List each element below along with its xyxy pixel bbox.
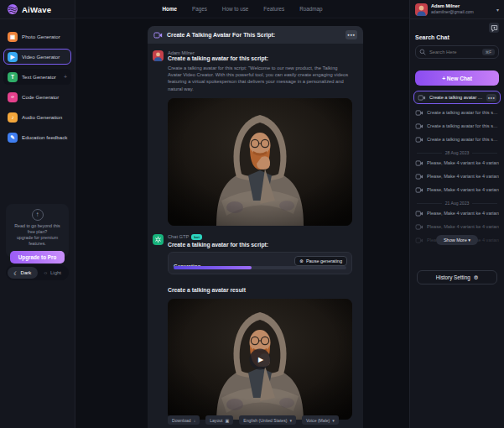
chat-item[interactable]: Create a talking avatar for this scrip bbox=[410, 119, 504, 133]
audio-icon: ♪ bbox=[8, 112, 18, 123]
bot-message: Chat GTP bot Create a talking avatar for… bbox=[148, 226, 363, 420]
history-setting-label: History Setting bbox=[436, 274, 470, 280]
download-icon: ↓ bbox=[194, 418, 196, 423]
chat-item-label: Please, Make 4 variant ke 4 varian bbox=[427, 211, 499, 216]
theme-toggle: ☾ Dark ☼ Light bbox=[6, 265, 69, 280]
chevron-down-icon: ▾ bbox=[289, 418, 292, 423]
generator-menu: ▣ Photo Generator ▶ Video Generator T Te… bbox=[0, 19, 75, 145]
history-setting-button[interactable]: History Setting ⚙ bbox=[417, 270, 497, 284]
compose-chat-button[interactable] bbox=[489, 23, 499, 33]
photo-icon: ▣ bbox=[8, 32, 18, 42]
sidebar-item-label: Code Generator bbox=[22, 94, 59, 100]
pause-generating-button[interactable]: ⊗ Pause generating bbox=[294, 256, 347, 266]
video-camera-icon bbox=[415, 110, 423, 116]
chat-item[interactable]: Please, Make 4 variant ke 4 varian bbox=[410, 156, 504, 170]
chat-item[interactable]: Create a talking avatar for this scrip bbox=[410, 133, 504, 146]
video-toolbar: Download ↓ Layout ▣ English (United Stat… bbox=[168, 415, 339, 425]
message-title: Create a talking avatar for this script: bbox=[168, 55, 352, 61]
user-avatar bbox=[153, 50, 164, 61]
video-camera-icon bbox=[415, 211, 423, 217]
date-divider: 28 Aug 2023 bbox=[417, 150, 497, 155]
message-plus-icon bbox=[491, 24, 498, 32]
layout-button[interactable]: Layout ▣ bbox=[205, 415, 233, 425]
progress-fill bbox=[174, 266, 252, 269]
chat-item[interactable]: Please, Make 4 variant ke 4 varian bbox=[410, 170, 504, 183]
chat-item[interactable]: Please, Make 4 variant ke 4 varian bbox=[410, 206, 504, 220]
layout-icon: ▣ bbox=[226, 418, 230, 423]
pause-label: Pause generating bbox=[306, 258, 342, 264]
sidebar-item-label: Text Generator bbox=[22, 74, 56, 80]
text-icon: T bbox=[8, 72, 18, 82]
nav-item-home[interactable]: Home bbox=[162, 6, 177, 12]
sidebar-item-photo-generator[interactable]: ▣ Photo Generator bbox=[3, 29, 71, 44]
sidebar-item-video-generator[interactable]: ▶ Video Generator bbox=[3, 49, 71, 65]
nav-item-features[interactable]: Features bbox=[263, 6, 284, 12]
show-more-button[interactable]: Show More ▾ bbox=[436, 235, 478, 245]
dark-mode-button[interactable]: ☾ Dark bbox=[8, 267, 38, 279]
shortcut-badge: ⌘F bbox=[482, 49, 495, 55]
chat-item-active[interactable]: Create a talking avatar for this scrip ●… bbox=[413, 91, 501, 104]
sidebar-item-code-generator[interactable]: ‹/› Code Generator bbox=[3, 89, 71, 105]
upgrade-text-line2: upgrade for premium features. bbox=[17, 235, 58, 246]
top-navigation: Home Pages How to use Features Roadmap bbox=[75, 0, 409, 18]
bot-author: Chat GTP bbox=[168, 234, 189, 239]
download-button[interactable]: Download ↓ bbox=[168, 415, 200, 425]
light-mode-button[interactable]: ☼ Light bbox=[38, 267, 68, 279]
voice-select[interactable]: Voice (Male) ▾ bbox=[302, 415, 339, 425]
chat-item-label: Create a talking avatar for this scrip bbox=[427, 110, 499, 115]
sidebar-item-label: Education feedback bbox=[22, 134, 67, 140]
chevron-down-icon[interactable]: ▾ bbox=[496, 7, 499, 13]
profile-avatar bbox=[415, 3, 428, 16]
download-label: Download bbox=[172, 418, 191, 423]
code-icon: ‹/› bbox=[8, 92, 18, 102]
video-camera-icon bbox=[415, 187, 423, 193]
cancel-icon: ⊗ bbox=[299, 258, 304, 264]
chat-item-label: Please, Make 4 variant ke 4 varian bbox=[427, 174, 499, 179]
brand[interactable]: AiWave bbox=[0, 0, 75, 19]
profile-card[interactable]: Adam Milner adamilner@gmail.com ▾ bbox=[410, 0, 504, 19]
chat-item[interactable]: Please, Make 4 variant ke 4 varian bbox=[410, 220, 504, 233]
search-input[interactable] bbox=[429, 50, 479, 55]
sidebar-item-label: Photo Generator bbox=[22, 34, 60, 39]
profile-email: adamilner@gmail.com bbox=[431, 9, 474, 15]
upgrade-text-line1: Read to go beyond this free plan? bbox=[14, 223, 60, 234]
sidebar-item-label: Audio Generation bbox=[22, 114, 62, 120]
play-button[interactable]: ▶ bbox=[250, 348, 271, 369]
sidebar-item-text-generator[interactable]: T Text Generator + bbox=[3, 69, 71, 85]
chat-item-label: Create a talking avatar for this scrip bbox=[427, 123, 499, 128]
nav-item-how-to-use[interactable]: How to use bbox=[222, 6, 249, 12]
sidebar-item-audio-generation[interactable]: ♪ Audio Generation bbox=[3, 109, 71, 125]
upgrade-to-pro-button[interactable]: Upgrade to Pro bbox=[10, 251, 65, 264]
generating-box: Generating... ⊗ Pause generating bbox=[168, 252, 352, 274]
video-icon: ▶ bbox=[8, 52, 18, 62]
brand-name: AiWave bbox=[22, 5, 51, 14]
chat-panel: Create A Talking Avatar For This Script:… bbox=[148, 26, 363, 428]
new-chat-button[interactable]: + New Chat bbox=[415, 70, 499, 86]
sidebar-item-education-feedback[interactable]: ✎ Education feedback bbox=[3, 129, 71, 145]
sidebar-item-label: Video Generator bbox=[22, 54, 60, 60]
search-chat-title: Search Chat bbox=[415, 34, 499, 40]
language-label: English (United States) bbox=[243, 418, 287, 423]
search-box[interactable]: ⌘F bbox=[415, 45, 499, 59]
moon-icon: ☾ bbox=[13, 270, 18, 276]
chat-item[interactable]: Please, Make 4 variant ke 4 varian bbox=[410, 183, 504, 196]
video-camera-icon bbox=[415, 160, 423, 166]
nav-item-pages[interactable]: Pages bbox=[192, 6, 207, 12]
light-label: Light bbox=[50, 270, 61, 275]
generated-video[interactable]: ▶ bbox=[168, 299, 352, 420]
expand-plus-icon[interactable]: + bbox=[64, 74, 67, 80]
sun-icon: ☼ bbox=[43, 270, 48, 275]
language-select[interactable]: English (United States) ▾ bbox=[239, 415, 296, 425]
layout-label: Layout bbox=[210, 418, 222, 423]
chat-item-label: Please, Make 4 variant ke 4 varian bbox=[427, 160, 499, 165]
bot-badge: bot bbox=[191, 234, 202, 240]
video-camera-icon bbox=[415, 123, 423, 129]
chat-item[interactable]: Create a talking avatar for this scrip bbox=[410, 106, 504, 119]
video-camera-icon bbox=[415, 137, 423, 143]
nav-item-roadmap[interactable]: Roadmap bbox=[299, 6, 322, 12]
video-camera-icon bbox=[418, 95, 426, 101]
chat-menu-button[interactable]: ●●● bbox=[346, 30, 357, 39]
aiwave-logo-icon bbox=[7, 3, 18, 15]
upgrade-card: ↑ Read to go beyond this free plan? upgr… bbox=[6, 204, 69, 258]
chat-item-menu-button[interactable]: ●●● bbox=[486, 94, 496, 102]
